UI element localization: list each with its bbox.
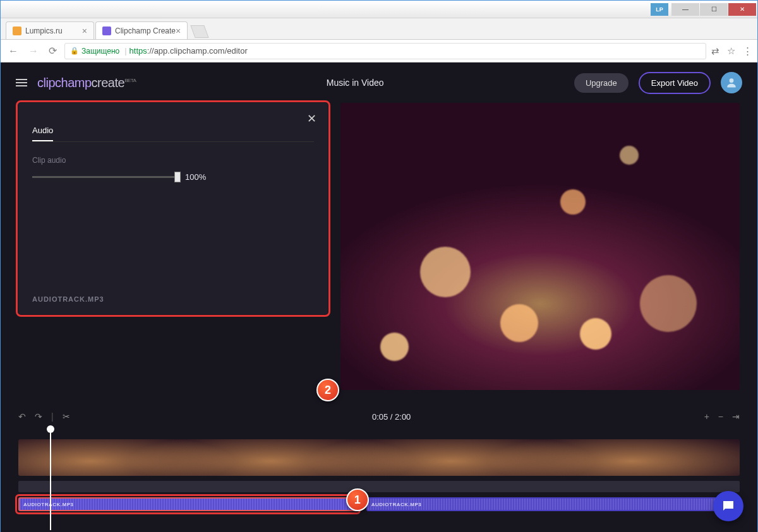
volume-slider[interactable]: 100% [32,172,314,182]
video-track[interactable] [18,439,740,476]
url-proto: https [129,46,147,56]
project-title[interactable]: Music in Video [146,78,563,88]
favicon-icon [102,27,111,35]
favicon-icon [13,27,21,35]
chat-button[interactable] [713,491,743,521]
close-icon[interactable]: × [82,26,87,36]
tab-lumpics[interactable]: Lumpics.ru × [6,21,94,39]
star-icon[interactable]: ☆ [727,45,735,57]
reload-button[interactable]: ⟳ [46,45,59,57]
slider-thumb[interactable] [174,172,181,182]
video-preview[interactable] [340,103,740,390]
timeline-time: 0:05 / 2:00 [79,412,704,422]
timeline: ↶ ↷ | ✂ 0:05 / 2:00 + − ⇥ [1,400,757,532]
panel-filename: AUDIOTRACK.MP3 [32,295,104,303]
logo: clipchampcreateBETA [37,76,136,90]
export-button[interactable]: Export Video [639,72,711,94]
undo-button[interactable]: ↶ [18,411,26,422]
zoom-out-button[interactable]: − [718,411,723,422]
address-input[interactable]: 🔒 Защищено | https://app.clipchamp.com/e… [64,43,706,59]
translate-icon[interactable]: ⇄ [711,45,719,57]
clipchamp-app: clipchampcreateBETA Music in Video Upgra… [1,62,757,532]
callout-2: 2 [316,379,339,401]
main-area: ✕ Audio Clip audio 100% AUDIOTRACK.MP3 2 [1,103,757,400]
back-button[interactable]: ← [6,45,21,57]
upgrade-button[interactable]: Upgrade [574,73,629,93]
audio-clip-2[interactable]: AUDIOTRACK.MP3 [366,497,740,511]
close-icon[interactable]: × [176,26,181,36]
window-close-button[interactable]: ✕ [728,3,756,16]
avatar[interactable] [721,72,742,93]
url-path: ://app.clipchamp.com/editor [147,46,248,56]
secure-label: Защищено [81,47,119,56]
menu-button[interactable] [16,77,27,88]
split-button[interactable]: ✂ [63,411,70,422]
user-icon [725,76,738,89]
app-window: LP — ☐ ✕ Lumpics.ru × Clipchamp Create ×… [0,0,758,532]
svg-point-0 [730,78,734,83]
url-bar: ← → ⟳ 🔒 Защищено | https://app.clipchamp… [1,40,757,62]
new-tab-button[interactable] [191,25,209,38]
window-minimize-button[interactable]: — [671,3,699,16]
playhead[interactable] [50,429,51,530]
tab-label: Clipchamp Create [115,27,176,35]
titlebar: LP — ☐ ✕ [1,1,757,18]
menu-icon[interactable]: ⋮ [743,45,752,57]
clip-audio-label: Clip audio [32,156,314,165]
lock-icon: 🔒 [70,47,79,55]
fit-button[interactable]: ⇥ [732,411,740,422]
tab-label: Lumpics.ru [25,27,63,35]
forward-button[interactable]: → [26,45,41,57]
empty-track[interactable] [18,481,740,492]
audio-panel: ✕ Audio Clip audio 100% AUDIOTRACK.MP3 [18,103,328,314]
redo-button[interactable]: ↷ [35,411,42,422]
audio-clip-label: AUDIOTRACK.MP3 [23,502,73,507]
volume-value: 100% [185,172,206,182]
audio-clip-1[interactable]: AUDIOTRACK.MP3 [18,497,358,511]
chat-icon [721,499,736,514]
panel-close-button[interactable]: ✕ [307,112,316,126]
window-maximize-button[interactable]: ☐ [700,3,728,16]
app-header: clipchampcreateBETA Music in Video Upgra… [1,62,757,103]
panel-tab-audio[interactable]: Audio [32,126,53,141]
callout-1: 1 [346,488,369,511]
lp-badge: LP [651,3,668,16]
browser-tabs: Lumpics.ru × Clipchamp Create × [1,18,757,40]
tab-clipchamp[interactable]: Clipchamp Create × [95,21,188,39]
zoom-in-button[interactable]: + [704,411,709,422]
audio-clip-label: AUDIOTRACK.MP3 [371,502,421,507]
